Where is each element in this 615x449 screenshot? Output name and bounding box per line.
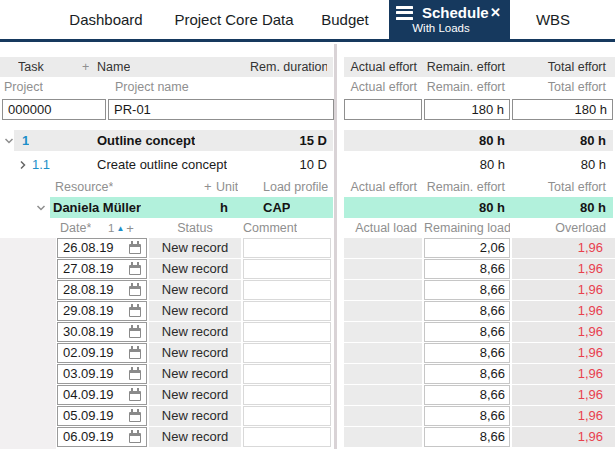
overload-cell: 1,96: [512, 301, 615, 321]
status-cell[interactable]: New record: [149, 238, 241, 258]
date-field[interactable]: 29.08.19: [57, 301, 147, 321]
project-name-field[interactable]: PR-01: [108, 99, 334, 120]
remaining-load-field[interactable]: 8,66: [424, 301, 510, 321]
task-row-1-1[interactable]: 1.1 Create outline concept 10 D 80 h 80 …: [0, 154, 615, 175]
date-field[interactable]: 30.08.19: [57, 322, 147, 342]
task-number[interactable]: 1: [22, 130, 29, 151]
task-row-1[interactable]: 1 Outline concept 15 D 80 h 80 h: [0, 130, 615, 151]
col-header-name[interactable]: Name: [97, 57, 130, 77]
col-header-load-profile[interactable]: Load profile: [263, 178, 328, 196]
task-name[interactable]: Outline concept: [97, 130, 195, 151]
status-cell[interactable]: New record: [149, 280, 241, 300]
resource-column-header: Resource* + Unit Load profile Actual eff…: [0, 178, 615, 196]
project-id-field[interactable]: 000000: [2, 99, 106, 120]
comment-field[interactable]: [243, 301, 331, 321]
col-header-total-effort[interactable]: Total effort: [512, 57, 613, 77]
col-header-resource-total-effort: Total effort: [512, 178, 613, 196]
actual-load-cell: [344, 427, 422, 447]
col-header-remaining-load[interactable]: Remaining load: [424, 220, 510, 237]
date-field[interactable]: 02.09.19: [57, 343, 147, 363]
resource-row-daniela-mueller[interactable]: Daniela Müller h CAP 80 h 80 h: [0, 197, 615, 218]
remaining-load-field[interactable]: 8,66: [424, 406, 510, 426]
project-actual-effort-field[interactable]: [344, 99, 422, 120]
chevron-down-icon[interactable]: [4, 130, 14, 151]
date-field[interactable]: 04.09.19: [57, 385, 147, 405]
status-cell[interactable]: New record: [149, 364, 241, 384]
comment-field[interactable]: [243, 343, 331, 363]
date-field[interactable]: 03.09.19: [57, 364, 147, 384]
status-cell[interactable]: New record: [149, 406, 241, 426]
remaining-load-field[interactable]: 8,66: [424, 280, 510, 300]
comment-field[interactable]: [243, 280, 331, 300]
remaining-load-field[interactable]: 8,66: [424, 364, 510, 384]
actual-load-cell: [344, 343, 422, 363]
comment-field[interactable]: [243, 322, 331, 342]
date-field[interactable]: 26.08.19: [57, 238, 147, 258]
calendar-icon[interactable]: [129, 286, 141, 296]
date-value: 02.09.19: [63, 345, 114, 360]
col-header-remain-effort[interactable]: Remain. effort: [424, 57, 510, 77]
calendar-icon[interactable]: [129, 307, 141, 317]
resource-name[interactable]: Daniela Müller: [53, 197, 141, 218]
calendar-icon[interactable]: [129, 244, 141, 254]
add-column-icon[interactable]: +: [204, 178, 212, 196]
date-field[interactable]: 28.08.19: [57, 280, 147, 300]
calendar-icon[interactable]: [129, 412, 141, 422]
status-cell[interactable]: New record: [149, 322, 241, 342]
calendar-icon[interactable]: [129, 370, 141, 380]
status-cell[interactable]: New record: [149, 343, 241, 363]
date-field[interactable]: 06.09.19: [57, 427, 147, 447]
remaining-load-field[interactable]: 8,66: [424, 322, 510, 342]
comment-field[interactable]: [243, 364, 331, 384]
col-header-resource[interactable]: Resource*: [55, 178, 113, 196]
task-name[interactable]: Create outline concept: [97, 154, 227, 175]
comment-field[interactable]: [243, 406, 331, 426]
chevron-right-icon[interactable]: [18, 154, 28, 175]
status-cell[interactable]: New record: [149, 385, 241, 405]
col-header-overload[interactable]: Overload: [512, 220, 613, 237]
load-row: 29.08.19 New record 8,66 1,96: [0, 301, 615, 321]
date-value: 29.08.19: [63, 303, 114, 318]
comment-field[interactable]: [243, 238, 331, 258]
close-tab-icon[interactable]: ✕: [490, 5, 501, 20]
col-header-actual-effort[interactable]: Actual effort: [344, 57, 422, 77]
remaining-load-field[interactable]: 8,66: [424, 343, 510, 363]
calendar-icon[interactable]: [129, 349, 141, 359]
sort-indicator[interactable]: 1 ▲ +: [108, 220, 134, 237]
comment-field[interactable]: [243, 427, 331, 447]
col-header-status[interactable]: Status: [149, 220, 241, 237]
date-field[interactable]: 27.08.19: [57, 259, 147, 279]
col-header-unit[interactable]: Unit: [216, 178, 238, 196]
calendar-icon[interactable]: [129, 328, 141, 338]
hamburger-menu-icon[interactable]: [396, 3, 413, 22]
project-remain-effort-field[interactable]: 180 h: [424, 99, 510, 120]
calendar-icon[interactable]: [129, 433, 141, 443]
remaining-load-field[interactable]: 2,06: [424, 238, 510, 258]
col-header-date[interactable]: Date*: [60, 220, 91, 237]
load-row: 05.09.19 New record 8,66 1,96: [0, 406, 615, 426]
col-header-actual-load[interactable]: Actual load: [344, 220, 422, 237]
add-column-icon[interactable]: +: [126, 220, 134, 237]
task-number[interactable]: 1.1: [32, 154, 50, 175]
comment-field[interactable]: [243, 259, 331, 279]
calendar-icon[interactable]: [129, 391, 141, 401]
calendar-icon[interactable]: [129, 265, 141, 275]
remaining-load-field[interactable]: 8,66: [424, 259, 510, 279]
chevron-down-icon[interactable]: [36, 197, 46, 218]
status-cell[interactable]: New record: [149, 301, 241, 321]
remaining-load-field[interactable]: 8,66: [424, 385, 510, 405]
remaining-load-field[interactable]: 8,66: [424, 427, 510, 447]
project-total-effort-field[interactable]: 180 h: [512, 99, 613, 120]
tab-dashboard[interactable]: Dashboard: [36, 0, 176, 39]
col-header-comment[interactable]: Comment: [243, 220, 297, 237]
status-cell[interactable]: New record: [149, 259, 241, 279]
status-cell[interactable]: New record: [149, 427, 241, 447]
date-field[interactable]: 05.09.19: [57, 406, 147, 426]
tab-wbs[interactable]: WBS: [510, 0, 596, 39]
tab-schedule[interactable]: Schedule ✕ With Loads: [389, 0, 510, 39]
col-header-task[interactable]: Task: [18, 57, 44, 77]
add-column-icon[interactable]: +: [82, 57, 89, 77]
comment-field[interactable]: [243, 385, 331, 405]
load-row: 28.08.19 New record 8,66 1,96: [0, 280, 615, 300]
col-header-rem-duration[interactable]: Rem. duration: [250, 57, 327, 77]
